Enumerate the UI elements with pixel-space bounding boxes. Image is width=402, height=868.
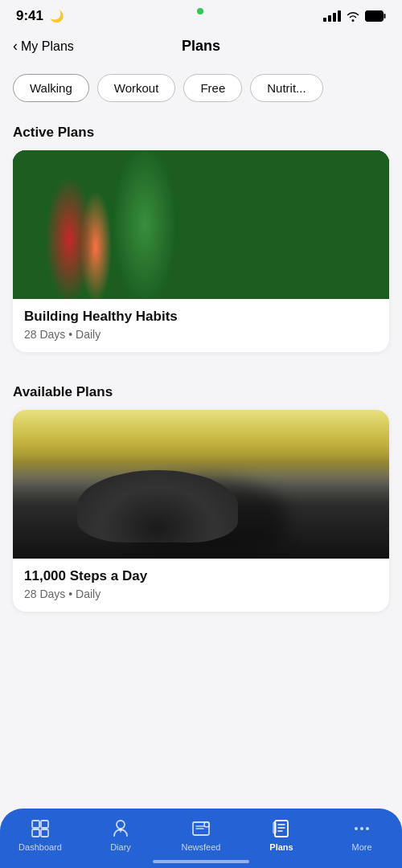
filter-pill-workout[interactable]: Workout	[97, 74, 176, 102]
tab-diary[interactable]: Diary	[92, 818, 149, 852]
tab-dashboard-label: Dashboard	[18, 842, 62, 852]
filter-bar: Walking Workout Free Nutrit...	[0, 68, 402, 112]
plan-name-steps: 11,000 Steps a Day	[24, 568, 378, 584]
plan-info-steps: 11,000 Steps a Day 28 Days • Daily	[13, 559, 389, 612]
page-title: Plans	[182, 38, 220, 55]
svg-rect-2	[32, 821, 39, 828]
filter-pill-walking[interactable]: Walking	[13, 74, 89, 102]
green-dot	[197, 8, 203, 14]
plan-info: Building Healthy Habits 28 Days • Daily	[13, 299, 389, 352]
back-label: My Plans	[21, 39, 74, 54]
svg-rect-4	[32, 829, 39, 837]
tab-more-label: More	[351, 842, 371, 852]
more-icon	[351, 818, 372, 839]
svg-rect-5	[41, 829, 48, 837]
plan-meta-steps: 28 Days • Daily	[24, 588, 378, 600]
tab-bar: Dashboard Diary Newsfeed	[0, 809, 402, 868]
status-time: 9:41	[16, 8, 43, 24]
filter-pill-nutrition[interactable]: Nutrit...	[250, 74, 322, 102]
plan-card-steps[interactable]: 11,000 Steps a Day 28 Days • Daily	[13, 410, 389, 612]
available-plans-section: Available Plans 11,000 Steps a Day 28 Da…	[0, 371, 402, 631]
svg-point-13	[366, 827, 369, 830]
battery-icon	[365, 10, 386, 22]
plan-name: Building Healthy Habits	[24, 309, 378, 325]
signal-icon	[323, 10, 341, 22]
tab-more[interactable]: More	[334, 818, 390, 852]
wifi-icon	[346, 10, 360, 22]
available-plans-title: Available Plans	[13, 384, 389, 400]
content-area: Active Plans Building Healthy Habits 28 …	[0, 112, 402, 711]
page-header: ‹ My Plans Plans	[0, 28, 402, 68]
svg-rect-3	[41, 821, 48, 828]
svg-rect-9	[275, 821, 288, 837]
plans-icon	[271, 818, 292, 839]
svg-point-6	[117, 821, 125, 829]
healthy-habits-image	[13, 150, 389, 299]
diary-icon	[110, 818, 131, 839]
tab-dashboard[interactable]: Dashboard	[12, 818, 68, 852]
back-chevron-icon: ‹	[13, 38, 18, 55]
active-plans-title: Active Plans	[13, 125, 389, 141]
svg-point-8	[204, 822, 209, 827]
tab-plans-label: Plans	[269, 842, 293, 852]
active-plans-section: Active Plans Building Healthy Habits 28 …	[0, 112, 402, 371]
svg-rect-1	[384, 14, 386, 18]
status-icons	[323, 10, 386, 22]
newsfeed-icon	[191, 818, 211, 839]
moon-icon: 🌙	[50, 10, 64, 23]
filter-pill-free[interactable]: Free	[183, 74, 242, 102]
svg-point-11	[355, 827, 358, 830]
tab-plans[interactable]: Plans	[253, 818, 310, 852]
tab-newsfeed[interactable]: Newsfeed	[173, 818, 229, 852]
steps-plan-image	[13, 410, 389, 559]
plan-card-healthy-habits[interactable]: Building Healthy Habits 28 Days • Daily	[13, 150, 389, 352]
tab-newsfeed-label: Newsfeed	[182, 842, 221, 852]
home-indicator	[153, 860, 249, 863]
tab-diary-label: Diary	[110, 842, 131, 852]
back-button[interactable]: ‹ My Plans	[13, 38, 74, 55]
svg-point-12	[360, 827, 363, 830]
svg-rect-0	[366, 11, 384, 22]
dashboard-icon	[30, 818, 51, 839]
plan-meta: 28 Days • Daily	[24, 328, 378, 341]
